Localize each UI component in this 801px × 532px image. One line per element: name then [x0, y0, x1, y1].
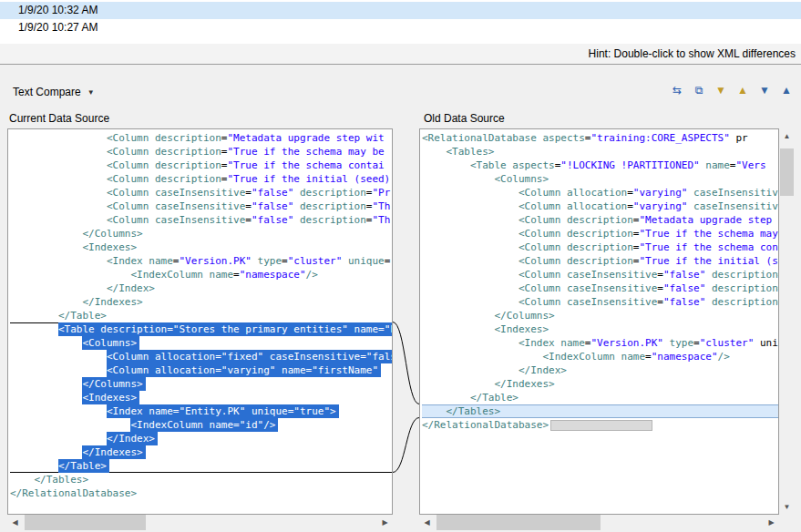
- code-line[interactable]: <Indexes>: [422, 322, 778, 336]
- code-line[interactable]: <Column caseInsensitive="false" descript…: [422, 268, 778, 281]
- code-line[interactable]: </Indexes>: [10, 445, 392, 459]
- scroll-track[interactable]: [435, 515, 764, 530]
- code-line[interactable]: </Index>: [422, 363, 778, 377]
- right-code-pane[interactable]: <RelationalDatabase aspects="training:CO…: [419, 128, 779, 515]
- code-line[interactable]: <Column caseInsensitive="false" descript…: [10, 200, 392, 213]
- diff-empty-range: [550, 420, 652, 431]
- previous-change-icon[interactable]: ▲: [777, 81, 796, 99]
- code-line[interactable]: <Index name="Version.PK" type="cluster" …: [10, 254, 392, 268]
- diff-gutter: [393, 128, 419, 515]
- compare-toolbar-icons: ⇆⧉▼▲▼▲: [668, 81, 796, 99]
- code-line[interactable]: <Column allocation="fixed" caseInsensiti…: [10, 350, 392, 363]
- code-line[interactable]: <Tables>: [422, 145, 778, 159]
- xml-compare-editor: 1/9/20 10:32 AM 1/9/20 10:27 AM Hint: Do…: [0, 0, 801, 532]
- code-line[interactable]: </Indexes>: [422, 377, 778, 391]
- code-line[interactable]: <Column description="Metadata upgrade st…: [422, 213, 778, 227]
- left-pane-title: Current Data Source: [9, 109, 109, 128]
- code-line[interactable]: </Tables>: [10, 473, 392, 486]
- code-line[interactable]: <Table aspects="!LOCKING !PARTITIONED" n…: [422, 159, 778, 172]
- history-entry[interactable]: 1/9/20 10:27 AM: [0, 19, 801, 36]
- right-pane-horizontal-scrollbar[interactable]: ◀ ▶: [419, 515, 779, 530]
- code-line[interactable]: </Tables>: [422, 404, 778, 418]
- code-line[interactable]: </Indexes>: [10, 295, 392, 309]
- scroll-right-icon[interactable]: ▶: [764, 515, 779, 530]
- scroll-left-icon[interactable]: ◀: [419, 515, 435, 530]
- compare-area: Text Compare ▼ ⇆⧉▼▲▼▲ Current Data Sourc…: [0, 66, 801, 532]
- history-entry-date: 1/9/20 10:32 AM: [18, 4, 98, 16]
- diff-connector: [393, 128, 419, 515]
- scroll-track[interactable]: [23, 515, 377, 530]
- next-change-icon[interactable]: ▼: [755, 81, 774, 99]
- code-line[interactable]: <Columns>: [10, 336, 392, 350]
- code-line[interactable]: <Column caseInsensitive="false" descript…: [10, 186, 392, 200]
- code-line[interactable]: <Column caseInsensitive="false" descript…: [422, 295, 778, 309]
- code-line[interactable]: <Columns>: [422, 172, 778, 186]
- code-line[interactable]: </Columns>: [10, 227, 392, 240]
- dropdown-caret-icon: ▼: [87, 88, 95, 97]
- hint-bar: Hint: Double-click to show XML differenc…: [0, 44, 801, 65]
- code-line[interactable]: </RelationalDatabase>: [422, 418, 778, 432]
- code-line[interactable]: <Column description="True if the initial…: [10, 172, 392, 186]
- code-line[interactable]: <Column description="True if the schema …: [10, 159, 392, 172]
- left-code-pane[interactable]: <Column description="Metadata upgrade st…: [7, 128, 393, 515]
- code-line[interactable]: </Index>: [10, 432, 392, 445]
- code-line[interactable]: <Index name="Entity.PK" unique="true">: [10, 404, 392, 418]
- code-line[interactable]: </RelationalDatabase>: [10, 486, 392, 500]
- compare-toolbar: Text Compare ▼ ⇆⧉▼▲▼▲: [0, 80, 801, 104]
- hint-text: Hint: Double-click to show XML differenc…: [589, 47, 796, 60]
- previous-difference-icon[interactable]: ▲: [734, 81, 752, 99]
- left-pane-horizontal-scrollbar[interactable]: ◀ ▶: [7, 515, 393, 530]
- code-line[interactable]: <Column caseInsensitive="false" descript…: [10, 213, 392, 227]
- scroll-down-icon[interactable]: ▼: [779, 499, 795, 515]
- history-list: 1/9/20 10:32 AM 1/9/20 10:27 AM: [0, 0, 801, 44]
- next-difference-icon[interactable]: ▼: [712, 81, 730, 99]
- horizontal-scroll-thumb[interactable]: [25, 515, 146, 530]
- horizontal-scrollbars: ◀ ▶ ◀ ▶: [0, 515, 801, 530]
- code-line[interactable]: <Column allocation="varying" caseInsensi…: [422, 200, 778, 213]
- code-line[interactable]: </Columns>: [10, 377, 392, 391]
- scroll-up-icon[interactable]: ▲: [779, 128, 795, 144]
- pane-headers: Current Data Source Old Data Source: [0, 109, 801, 128]
- right-pane-title: Old Data Source: [424, 109, 505, 128]
- code-line[interactable]: <Column allocation="varying" caseInsensi…: [422, 186, 778, 200]
- code-line[interactable]: </Table>: [422, 391, 778, 404]
- code-line[interactable]: <IndexColumn name="namespace"/>: [422, 350, 778, 363]
- code-line[interactable]: <Column caseInsensitive="false" descript…: [422, 281, 778, 295]
- code-line[interactable]: <Column description="True if the schema …: [422, 240, 778, 254]
- code-line[interactable]: <Column description="Metadata upgrade st…: [10, 131, 392, 145]
- horizontal-scroll-thumb[interactable]: [436, 515, 601, 530]
- code-line[interactable]: <Column allocation="varying" name="first…: [10, 363, 392, 377]
- code-line[interactable]: </Table>: [10, 459, 392, 473]
- history-entry[interactable]: 1/9/20 10:32 AM: [0, 2, 801, 19]
- panes-row: <Column description="Metadata upgrade st…: [0, 128, 801, 515]
- code-line[interactable]: </Index>: [10, 281, 392, 295]
- code-line[interactable]: <Table description="Stores the primary e…: [10, 322, 392, 336]
- scroll-right-icon[interactable]: ▶: [377, 515, 393, 530]
- code-line[interactable]: </Columns>: [422, 309, 778, 322]
- text-compare-dropdown[interactable]: Text Compare ▼: [9, 83, 98, 101]
- code-line[interactable]: <IndexColumn name="id"/>: [10, 418, 392, 432]
- text-compare-label: Text Compare: [13, 86, 81, 98]
- code-line[interactable]: <IndexColumn name="namespace"/>: [10, 268, 392, 281]
- swap-left-right-icon[interactable]: ⇆: [668, 81, 686, 99]
- code-line[interactable]: <Indexes>: [10, 240, 392, 254]
- history-entry-date: 1/9/20 10:27 AM: [18, 21, 98, 34]
- code-line[interactable]: </Table>: [10, 309, 392, 322]
- scroll-left-icon[interactable]: ◀: [7, 515, 23, 530]
- code-line[interactable]: <Column description="True if the schema …: [422, 227, 778, 240]
- code-line[interactable]: <Column description="True if the schema …: [10, 145, 392, 159]
- copy-current-change-icon[interactable]: ⧉: [690, 81, 708, 99]
- code-line[interactable]: <RelationalDatabase aspects="training:CO…: [422, 131, 778, 145]
- code-line[interactable]: <Index name="Version.PK" type="cluster" …: [422, 336, 778, 350]
- vertical-scroll-thumb[interactable]: [780, 148, 794, 196]
- scrollbar-corner: [779, 515, 795, 530]
- code-line[interactable]: <Indexes>: [10, 391, 392, 404]
- code-line[interactable]: <Column description="True if the initial…: [422, 254, 778, 268]
- right-pane-vertical-scrollbar[interactable]: ▲ ▼: [779, 128, 795, 515]
